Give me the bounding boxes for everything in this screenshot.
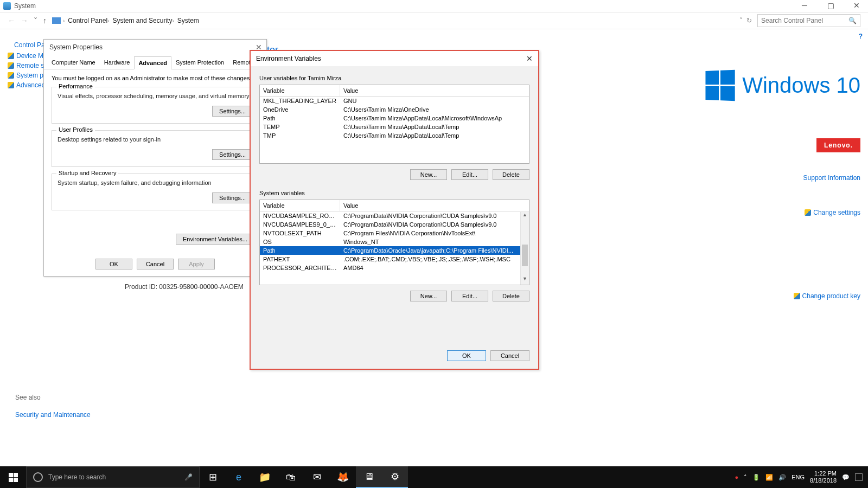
startup-settings-button[interactable]: Settings... <box>212 192 253 203</box>
breadcrumb[interactable]: ›Control Panel ›System and Security ›Sys… <box>52 17 752 24</box>
show-desktop-button[interactable] <box>855 473 863 481</box>
close-icon[interactable]: ✕ <box>526 54 533 63</box>
user-edit-button[interactable]: Edit... <box>451 169 488 180</box>
notifications-icon[interactable]: 💬 <box>842 474 850 481</box>
tab-computer-name[interactable]: Computer Name <box>47 56 100 69</box>
task-view-button[interactable]: ⊞ <box>200 466 226 488</box>
mic-icon[interactable]: 🎤 <box>184 473 193 481</box>
crumb-system[interactable]: System <box>177 17 199 24</box>
back-button[interactable]: ← <box>8 16 15 25</box>
system-variables-label: System variables <box>259 190 529 196</box>
system-variables-list[interactable]: Variable Value NVCUDASAMPLES_ROOTC:\Prog… <box>259 200 529 285</box>
performance-settings-button[interactable]: Settings... <box>212 106 253 117</box>
user-variables-list[interactable]: Variable Value MKL_THREADING_LAYERGNUOne… <box>259 85 529 164</box>
cancel-button[interactable]: Cancel <box>490 350 529 361</box>
list-item[interactable]: PathC:\Users\Tamim Mirza\AppData\Local\M… <box>260 114 529 123</box>
ok-button[interactable]: OK <box>95 259 132 269</box>
system-tray[interactable]: ● ˄ 🔋 📶 🔊 ENG 1:22 PM 8/18/2018 💬 <box>735 470 868 484</box>
close-button[interactable]: ✕ <box>848 1 865 10</box>
list-item[interactable]: TEMPC:\Users\Tamim Mirza\AppData\Local\T… <box>260 123 529 131</box>
crumb-control-panel[interactable]: Control Panel <box>68 17 107 24</box>
app-taskbar-icon[interactable]: ⚙ <box>382 466 408 488</box>
user-new-button[interactable]: New... <box>410 169 447 180</box>
profiles-settings-button[interactable]: Settings... <box>212 149 253 160</box>
tab-hardware[interactable]: Hardware <box>100 56 135 69</box>
help-icon[interactable]: ? <box>859 33 863 40</box>
search-icon[interactable]: 🔍 <box>848 17 857 24</box>
edge-icon[interactable]: e <box>226 466 252 488</box>
control-panel-taskbar-icon[interactable]: 🖥 <box>356 466 382 488</box>
change-settings-link[interactable]: Change settings <box>705 209 860 216</box>
performance-desc: Visual effects, processor scheduling, me… <box>58 93 253 99</box>
scroll-thumb[interactable] <box>522 245 528 266</box>
system-edit-button[interactable]: Edit... <box>451 291 488 301</box>
system-new-button[interactable]: New... <box>410 291 447 301</box>
system-delete-button[interactable]: Delete <box>493 291 529 301</box>
list-item[interactable]: PROCESSOR_ARCHITECTUAMD64 <box>260 264 529 272</box>
list-item[interactable]: PATHEXT.COM;.EXE;.BAT;.CMD;.VBS;.VBE;.JS… <box>260 255 529 264</box>
search-input[interactable] <box>761 17 848 24</box>
minimize-button[interactable]: ─ <box>796 1 813 10</box>
scroll-down-icon[interactable]: ▼ <box>521 276 529 285</box>
volume-icon[interactable]: 🔊 <box>778 474 786 481</box>
startup-desc: System startup, system failure, and debu… <box>58 179 253 186</box>
store-icon[interactable]: 🛍 <box>278 466 304 488</box>
breadcrumb-dropdown[interactable]: ˅ ↻ <box>739 17 752 24</box>
user-delete-button[interactable]: Delete <box>493 169 529 180</box>
list-item[interactable]: PathC:\ProgramData\Oracle\Java\javapath;… <box>260 246 529 255</box>
performance-group: Performance Visual effects, processor sc… <box>52 87 259 124</box>
file-explorer-icon[interactable]: 📁 <box>252 466 278 488</box>
clock[interactable]: 1:22 PM 8/18/2018 <box>810 470 837 484</box>
navbar: ← → ˅ ↑ ›Control Panel ›System and Secur… <box>0 12 868 29</box>
tray-app-icon[interactable]: ● <box>735 474 739 480</box>
col-value[interactable]: Value <box>340 85 529 96</box>
dialog-title: System Properties <box>49 43 103 51</box>
tabs: Computer Name Hardware Advanced System P… <box>44 56 266 69</box>
col-variable[interactable]: Variable <box>260 85 340 96</box>
tab-advanced[interactable]: Advanced <box>134 56 171 69</box>
date: 8/18/2018 <box>810 477 837 484</box>
maximize-button[interactable]: ▢ <box>822 1 839 10</box>
product-id: Product ID: 00325-95800-00000-AAOEM <box>125 283 244 291</box>
support-info-link[interactable]: Support Information <box>705 174 860 182</box>
crumb-system-security[interactable]: System and Security <box>112 17 172 24</box>
list-item[interactable]: MKL_THREADING_LAYERGNU <box>260 97 529 105</box>
shield-icon <box>805 209 811 216</box>
ok-button[interactable]: OK <box>447 350 486 361</box>
col-value[interactable]: Value <box>340 200 529 211</box>
apply-button[interactable]: Apply <box>178 259 215 269</box>
wifi-icon[interactable]: 📶 <box>765 474 773 481</box>
recent-button[interactable]: ˅ <box>34 16 37 25</box>
see-also-label: See also <box>15 394 41 401</box>
list-item[interactable]: OSWindows_NT <box>260 237 529 246</box>
shield-icon <box>8 82 14 88</box>
change-product-key-link[interactable]: Change product key <box>705 292 860 300</box>
up-button[interactable]: ↑ <box>43 16 47 25</box>
battery-icon[interactable]: 🔋 <box>752 474 760 481</box>
col-variable[interactable]: Variable <box>260 200 340 211</box>
firefox-icon[interactable]: 🦊 <box>330 466 356 488</box>
list-item[interactable]: OneDriveC:\Users\Tamim Mirza\OneDrive <box>260 105 529 114</box>
list-item[interactable]: TMPC:\Users\Tamim Mirza\AppData\Local\Te… <box>260 131 529 140</box>
window-title: System <box>14 2 36 10</box>
start-button[interactable] <box>0 466 26 488</box>
language-indicator[interactable]: ENG <box>792 474 805 480</box>
scroll-up-icon[interactable]: ▲ <box>521 212 529 221</box>
shield-icon <box>8 62 14 69</box>
see-also: See also Security and Maintenance <box>15 394 91 419</box>
tab-system-protection[interactable]: System Protection <box>171 56 228 69</box>
list-item[interactable]: NVTOOLSEXT_PATHC:\Program Files\NVIDIA C… <box>260 229 529 237</box>
environment-variables-button[interactable]: Environment Variables... <box>176 234 254 245</box>
shield-icon <box>8 72 14 79</box>
mail-icon[interactable]: ✉ <box>304 466 330 488</box>
taskbar-search[interactable]: Type here to search 🎤 <box>26 466 200 488</box>
tray-overflow-icon[interactable]: ˄ <box>744 474 747 481</box>
forward-button[interactable]: → <box>21 16 28 25</box>
search-box[interactable]: 🔍 <box>757 14 860 27</box>
list-item[interactable]: NVCUDASAMPLES_ROOTC:\ProgramData\NVIDIA … <box>260 211 529 220</box>
list-item[interactable]: NVCUDASAMPLES9_0_ROC:\ProgramData\NVIDIA… <box>260 220 529 229</box>
control-panel-icon <box>52 17 61 24</box>
scrollbar[interactable]: ▲ ▼ <box>520 212 529 285</box>
cancel-button[interactable]: Cancel <box>137 259 174 269</box>
security-maintenance-link[interactable]: Security and Maintenance <box>15 411 91 419</box>
